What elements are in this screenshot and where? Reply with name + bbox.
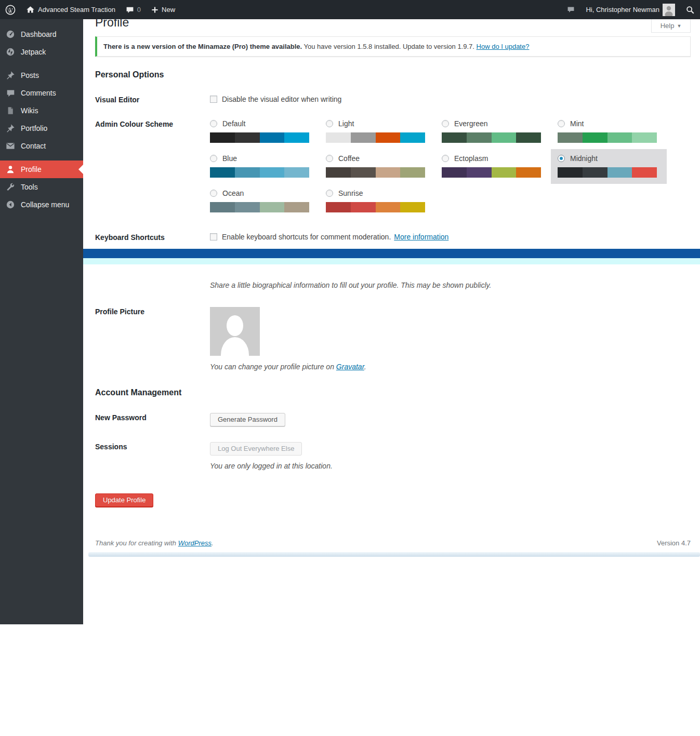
comment-bubble-icon: [126, 6, 134, 14]
wordpress-menu-button[interactable]: [0, 0, 21, 19]
sidebar-item-label: Collapse menu: [21, 200, 69, 209]
visual-editor-checkbox[interactable]: [210, 96, 217, 103]
colour-scheme-name[interactable]: Mint: [570, 119, 584, 128]
sidebar-item-contact[interactable]: Contact: [0, 137, 83, 155]
sidebar-item-posts[interactable]: Posts: [0, 66, 83, 84]
colour-scheme-radio-ocean[interactable]: [210, 190, 217, 197]
color-swatch: [558, 132, 583, 143]
colour-scheme-radio-default[interactable]: [210, 120, 217, 127]
keyboard-shortcuts-option: Enable keyboard shortcuts for comment mo…: [210, 233, 691, 241]
search-button[interactable]: [680, 0, 700, 19]
color-swatch: [210, 132, 235, 143]
site-name-button[interactable]: Advanced Steam Traction: [21, 0, 121, 19]
footer: Thank you for creating with WordPress. V…: [95, 539, 691, 547]
colour-scheme-option-evergreen[interactable]: Evergreen: [435, 114, 551, 149]
more-information-link[interactable]: More information: [394, 233, 448, 241]
log-out-everywhere-button[interactable]: Log Out Everywhere Else: [210, 442, 302, 456]
sidebar-item-portfolio[interactable]: Portfolio: [0, 119, 83, 137]
color-swatch: [351, 132, 376, 143]
colour-scheme-swatches: [558, 167, 657, 178]
colour-scheme-option-sunrise[interactable]: Sunrise: [319, 184, 435, 219]
colour-scheme-radio-ectoplasm[interactable]: [442, 155, 449, 162]
colour-scheme-radio-blue[interactable]: [210, 155, 217, 162]
colour-scheme-radio-midnight[interactable]: [558, 155, 565, 162]
sidebar-item-comments[interactable]: Comments: [0, 84, 83, 102]
colour-scheme-name[interactable]: Sunrise: [338, 189, 363, 197]
sidebar-item-dashboard[interactable]: Dashboard: [0, 25, 83, 43]
keyboard-shortcuts-checkbox[interactable]: [210, 233, 217, 240]
colour-scheme-head: Coffee: [326, 154, 429, 163]
colour-scheme-option-coffee[interactable]: Coffee: [319, 149, 435, 184]
colour-scheme-option-default[interactable]: Default: [203, 114, 319, 149]
generate-password-button[interactable]: Generate Password: [210, 413, 285, 426]
sidebar-item-label: Profile: [21, 165, 42, 173]
colour-scheme-radio-sunrise[interactable]: [326, 190, 333, 197]
document-icon: [5, 106, 16, 115]
comments-icon: [5, 89, 16, 98]
colour-scheme-radio-light[interactable]: [326, 120, 333, 127]
gravatar-link[interactable]: Gravatar: [336, 363, 364, 371]
admin-sidebar: DashboardJetpackPostsCommentsWikisPortfo…: [0, 19, 83, 624]
sidebar-item-collapse-menu[interactable]: Collapse menu: [0, 196, 83, 213]
colour-scheme-swatches: [558, 132, 657, 143]
color-swatch: [376, 132, 401, 143]
colour-scheme-head: Evergreen: [442, 119, 545, 128]
sidebar-item-label: Portfolio: [21, 124, 47, 132]
sidebar-item-jetpack[interactable]: Jetpack: [0, 43, 83, 61]
sidebar-item-profile[interactable]: Profile: [0, 160, 83, 178]
visual-editor-checkbox-label[interactable]: Disable the visual editor when writing: [222, 95, 341, 103]
color-swatch: [260, 167, 285, 178]
notice-body-text: You have version 1.5.8 installed. Update…: [302, 43, 476, 50]
colour-scheme-radio-coffee[interactable]: [326, 155, 333, 162]
colour-scheme-name[interactable]: Ectoplasm: [454, 154, 488, 163]
help-dropdown[interactable]: Help ▼: [651, 19, 691, 33]
colour-scheme-radio-mint[interactable]: [558, 120, 565, 127]
colour-scheme-name[interactable]: Midnight: [570, 154, 598, 163]
color-swatch: [558, 167, 583, 178]
theme-update-notice: There is a new version of the Minamaze (…: [95, 36, 691, 57]
colour-scheme-name[interactable]: Default: [222, 119, 245, 128]
account-menu[interactable]: Hi, Christopher Newman: [580, 0, 680, 19]
colour-scheme-option-ocean[interactable]: Ocean: [203, 184, 319, 219]
colour-scheme-option-blue[interactable]: Blue: [203, 149, 319, 184]
profile-picture-row: Profile Picture You can change your prof…: [95, 307, 691, 371]
colour-scheme-swatches: [210, 132, 309, 143]
keyboard-shortcuts-checkbox-label[interactable]: Enable keyboard shortcuts for comment mo…: [222, 233, 391, 241]
wrench-icon: [5, 182, 16, 192]
sidebar-item-wikis[interactable]: Wikis: [0, 102, 83, 119]
colour-scheme-head: Ectoplasm: [442, 154, 545, 163]
colour-scheme-radio-evergreen[interactable]: [442, 120, 449, 127]
footer-thanks: Thank you for creating with WordPress.: [95, 539, 214, 547]
new-content-button[interactable]: New: [146, 0, 180, 19]
notification-bubble-button[interactable]: [561, 0, 580, 19]
footer-thanks-prefix: Thank you for creating with: [95, 539, 178, 547]
comments-shortcut[interactable]: 0: [121, 0, 146, 19]
sidebar-item-label: Contact: [21, 142, 46, 150]
colour-scheme-option-ectoplasm[interactable]: Ectoplasm: [435, 149, 551, 184]
new-password-label: New Password: [95, 413, 210, 426]
home-icon: [26, 5, 35, 14]
colour-scheme-option-midnight[interactable]: Midnight: [551, 149, 667, 184]
colour-scheme-name[interactable]: Coffee: [338, 154, 360, 163]
footer-thanks-suffix: .: [212, 539, 214, 547]
colour-scheme-swatches: [210, 202, 309, 212]
color-swatch: [492, 132, 517, 143]
color-swatch: [260, 202, 285, 212]
colour-scheme-option-mint[interactable]: Mint: [551, 114, 667, 149]
colour-scheme-swatches: [442, 132, 541, 143]
colour-scheme-name[interactable]: Blue: [222, 154, 237, 163]
color-swatch: [400, 132, 425, 143]
keyboard-shortcuts-label: Keyboard Shortcuts: [95, 233, 210, 242]
update-profile-button[interactable]: Update Profile: [95, 493, 153, 507]
pushpin-icon: [5, 124, 16, 133]
how-do-i-update-link[interactable]: How do I update?: [477, 43, 530, 50]
sidebar-item-tools[interactable]: Tools: [0, 178, 83, 196]
colour-scheme-name[interactable]: Evergreen: [454, 119, 488, 128]
wordpress-link[interactable]: WordPress: [178, 539, 212, 547]
colour-scheme-swatches: [326, 202, 425, 212]
color-swatch: [583, 132, 607, 143]
colour-scheme-option-light[interactable]: Light: [319, 114, 435, 149]
colour-scheme-name[interactable]: Ocean: [222, 189, 244, 197]
colour-scheme-swatches: [326, 167, 425, 178]
colour-scheme-name[interactable]: Light: [338, 119, 354, 128]
